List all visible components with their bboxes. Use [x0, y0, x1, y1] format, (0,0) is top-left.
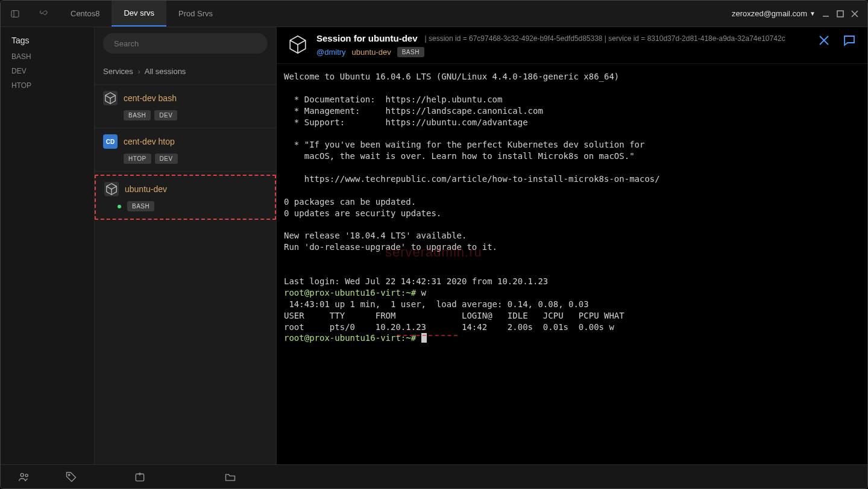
svg-point-9 — [25, 474, 28, 476]
folder-icon[interactable] — [185, 465, 275, 488]
terminal-output[interactable]: Welcome to Ubuntu 16.04.6 LTS (GNU/Linux… — [277, 64, 867, 464]
session-badge: BASH — [397, 47, 424, 57]
tabs: Centos8 Dev srvs Prod Srvs — [58, 1, 225, 26]
badge: HTOP — [124, 154, 151, 164]
tab-centos8[interactable]: Centos8 — [58, 1, 112, 26]
main: Tags BASH DEV HTOP Services › All sessio… — [1, 27, 867, 464]
tag-item[interactable]: HTOP — [11, 81, 94, 90]
session-actions — [817, 33, 857, 48]
new-tab-icon[interactable] — [95, 465, 185, 488]
infinity-icon[interactable] — [30, 1, 58, 26]
badge: DEV — [155, 154, 178, 164]
chat-icon[interactable] — [842, 33, 857, 48]
user-email-dropdown[interactable]: zeroxzed@gmail.com ▼ — [732, 9, 816, 18]
chevron-down-icon: ▼ — [810, 10, 816, 17]
service-item-cent-dev-htop[interactable]: CD cent-dev htop HTOP DEV — [95, 128, 276, 172]
users-icon[interactable] — [1, 465, 48, 488]
user-email-text: zeroxzed@gmail.com — [732, 9, 807, 18]
svg-point-8 — [20, 473, 24, 476]
services-panel: Services › All sessions cent-dev bash BA… — [95, 27, 277, 464]
terminal-prompt: root@prox-ubuntu16-virt:~# — [284, 333, 421, 343]
session-header: Session for ubuntu-dev | session id = 67… — [277, 27, 867, 64]
breadcrumb: Services › All sessions — [95, 62, 276, 84]
tags-header: Tags — [11, 36, 94, 45]
tab-dev-srvs[interactable]: Dev srvs — [112, 1, 166, 26]
cube-icon — [103, 91, 118, 105]
tag-item[interactable]: BASH — [11, 52, 94, 61]
cube-icon — [286, 33, 309, 56]
badge: DEV — [154, 110, 177, 120]
tab-prod-srvs[interactable]: Prod Srvs — [166, 1, 225, 26]
tags-list: BASH DEV HTOP — [11, 52, 94, 90]
badge: BASH — [127, 201, 154, 211]
tag-item[interactable]: DEV — [11, 67, 94, 75]
session-user[interactable]: @dmitry — [316, 48, 346, 57]
breadcrumb-sep: › — [137, 67, 140, 76]
session-host[interactable]: ubuntu-dev — [352, 48, 391, 57]
tag-icon[interactable] — [48, 465, 95, 488]
close-button[interactable] — [851, 10, 859, 18]
cube-icon — [104, 182, 119, 196]
service-name: ubuntu-dev — [125, 184, 167, 194]
svg-point-10 — [68, 474, 70, 476]
cd-icon: CD — [103, 134, 118, 149]
breadcrumb-services[interactable]: Services — [103, 67, 133, 76]
titlebar-left: Centos8 Dev srvs Prod Srvs — [1, 1, 225, 26]
session-id: | session id = 67c97468-3c32-492e-b9f4-5… — [425, 34, 785, 43]
service-name: cent-dev htop — [124, 137, 175, 146]
service-item-cent-dev-bash[interactable]: cent-dev bash BASH DEV — [95, 84, 276, 128]
search-input[interactable] — [103, 33, 268, 54]
service-name: cent-dev bash — [124, 93, 177, 103]
svg-rect-3 — [837, 11, 843, 17]
terminal-cursor — [421, 333, 427, 343]
minimize-button[interactable] — [822, 10, 830, 18]
sidebar-toggle-icon[interactable] — [1, 1, 30, 26]
terminal-prompt: root@prox-ubuntu16-virt:~# — [284, 288, 421, 297]
breadcrumb-all-sessions[interactable]: All sessions — [145, 67, 186, 76]
close-session-icon[interactable] — [817, 33, 831, 48]
svg-rect-0 — [11, 10, 19, 17]
titlebar: Centos8 Dev srvs Prod Srvs zeroxzed@gmai… — [1, 1, 867, 27]
terminal-panel: Session for ubuntu-dev | session id = 67… — [277, 27, 867, 464]
tags-sidebar: Tags BASH DEV HTOP — [1, 27, 95, 464]
running-indicator — [118, 205, 121, 208]
search-wrap — [95, 27, 276, 62]
service-item-ubuntu-dev[interactable]: ubuntu-dev BASH — [95, 175, 276, 220]
titlebar-right: zeroxzed@gmail.com ▼ — [732, 9, 867, 18]
terminal-command: w — [421, 288, 426, 297]
badge: BASH — [124, 110, 151, 120]
footer-bar — [1, 464, 867, 488]
session-title: Session for ubuntu-dev — [316, 33, 418, 43]
maximize-button[interactable] — [836, 10, 844, 18]
service-list: cent-dev bash BASH DEV CD cent-dev htop … — [95, 84, 276, 219]
